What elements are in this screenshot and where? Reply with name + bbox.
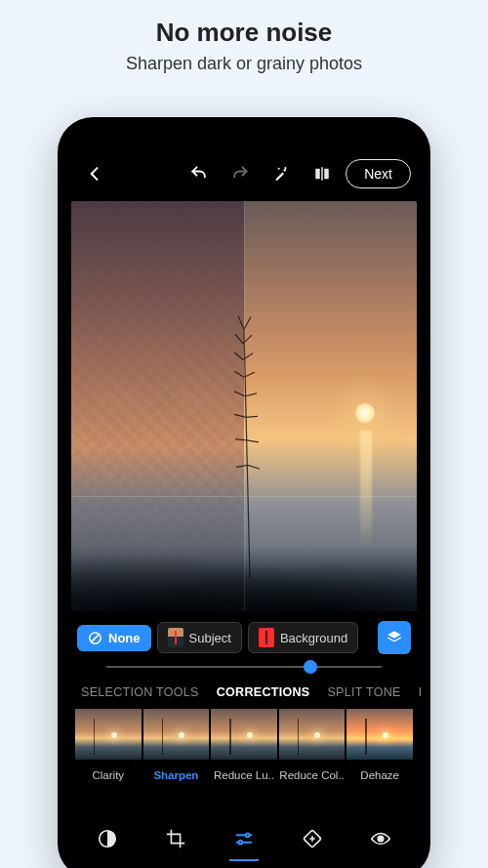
correction-clarity[interactable]: Clarity: [75, 709, 142, 781]
correction-dehaze[interactable]: Dehaze: [346, 709, 413, 781]
redo-icon[interactable]: [223, 156, 258, 191]
correction-label: Reduce Col..: [279, 769, 344, 781]
slider-thumb[interactable]: [304, 660, 317, 674]
mask-chip-row: None Subject Background: [67, 611, 421, 660]
mask-background-label: Background: [280, 631, 347, 645]
tab-hsl[interactable]: HSL: [419, 685, 421, 699]
subject-swatch-icon: [168, 628, 183, 647]
correction-reduce-color[interactable]: Reduce Col..: [279, 709, 346, 781]
app-screen: Next: [67, 127, 421, 868]
adjustment-slider[interactable]: [67, 660, 421, 678]
svg-point-5: [378, 836, 384, 842]
tab-split-tone[interactable]: SPLIT TONE: [327, 685, 400, 699]
correction-reduce-luminance[interactable]: Reduce Lu..: [211, 709, 277, 781]
correction-label: Sharpen: [153, 769, 198, 781]
category-tabs: SELECTION TOOLS CORRECTIONS SPLIT TONE H…: [67, 678, 421, 709]
bottom-nav: [67, 810, 421, 868]
layers-icon: [386, 629, 403, 646]
mask-subject-chip[interactable]: Subject: [157, 622, 242, 653]
nav-looks-icon[interactable]: [91, 824, 124, 853]
nav-redeye-icon[interactable]: [364, 824, 397, 853]
tab-corrections[interactable]: CORRECTIONS: [217, 685, 310, 699]
nav-heal-icon[interactable]: [296, 824, 329, 853]
phone-frame: Next: [58, 117, 430, 868]
correction-sharpen[interactable]: Sharpen: [143, 709, 210, 781]
correction-label: Dehaze: [360, 769, 399, 781]
svg-point-2: [246, 834, 250, 838]
background-swatch-icon: [259, 628, 274, 647]
magic-wand-icon[interactable]: [264, 156, 299, 191]
compare-icon[interactable]: [305, 156, 340, 191]
prohibit-icon: [88, 631, 102, 645]
top-toolbar: Next: [67, 152, 421, 201]
svg-point-3: [239, 841, 243, 845]
correction-thumbnails: Clarity Sharpen Reduce Lu.. Reduce Col..…: [67, 709, 421, 781]
tab-selection-tools[interactable]: SELECTION TOOLS: [81, 685, 199, 699]
mask-subject-label: Subject: [189, 631, 231, 645]
correction-label: Clarity: [93, 769, 125, 781]
correction-label: Reduce Lu..: [214, 769, 274, 781]
mask-background-chip[interactable]: Background: [248, 622, 358, 653]
promo-subtitle: Sharpen dark or grainy photos: [0, 54, 488, 74]
photo-preview[interactable]: [71, 201, 417, 611]
undo-icon[interactable]: [182, 156, 217, 191]
next-button[interactable]: Next: [346, 159, 411, 188]
mask-none-chip[interactable]: None: [77, 625, 151, 651]
layers-button[interactable]: [378, 621, 411, 654]
back-icon[interactable]: [77, 156, 112, 191]
promo-title: No more noise: [0, 18, 488, 48]
nav-crop-icon[interactable]: [159, 824, 192, 853]
mask-none-label: None: [108, 631, 141, 645]
nav-adjust-icon[interactable]: [227, 824, 261, 853]
